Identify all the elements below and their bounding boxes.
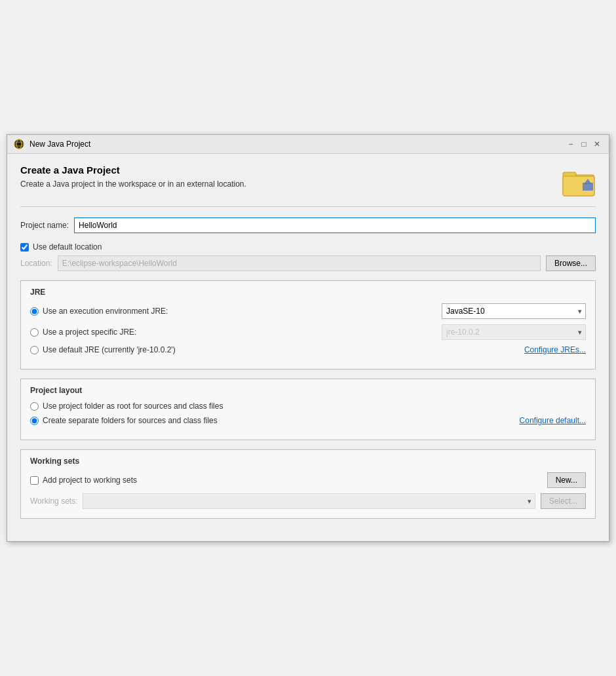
jre-execution-env-select[interactable]: JavaSE-10 JavaSE-9 JavaSE-8 JavaSE-11 [442,303,586,319]
layout-option2-row: Create separate folders for sources and … [30,416,586,425]
working-sets-title: Working sets [30,457,586,466]
layout-root-label: Use project folder as root for sources a… [43,402,223,411]
dialog-header: Create a Java Project Create a Java proj… [20,164,596,207]
dialog-body: Create a Java Project Create a Java proj… [7,154,609,541]
use-default-location-checkbox[interactable] [20,243,29,252]
dialog-title: Create a Java Project [20,164,246,176]
jre-option1-row: Use an execution environment JRE: JavaSE… [30,303,586,319]
project-name-label: Project name: [20,221,69,230]
dialog-subtitle: Create a Java project in the workspace o… [20,179,246,189]
jre-option3-row: Use default JRE (currently 'jre-10.0.2')… [30,345,586,354]
configure-default-link[interactable]: Configure default... [520,416,586,425]
jre-execution-env-select-wrapper: JavaSE-10 JavaSE-9 JavaSE-8 JavaSE-11 [442,303,586,319]
working-sets-select [83,493,535,509]
project-name-input[interactable] [74,217,596,233]
jre-execution-env-radio[interactable] [30,307,39,316]
project-layout-group: Project layout Use project folder as roo… [20,379,596,440]
jre-project-specific-radio[interactable] [30,328,39,337]
browse-button[interactable]: Browse... [546,255,596,271]
layout-root-radio[interactable] [30,402,39,411]
eclipse-icon [14,139,24,149]
location-input [58,255,541,271]
jre-default-label: Use default JRE (currently 'jre-10.0.2') [43,345,176,354]
use-default-location-label: Use default location [33,242,102,252]
project-name-row: Project name: [20,217,596,233]
default-location-row: Use default location [20,242,596,252]
jre-project-specific-select: jre-10.0.2 [442,324,586,340]
add-ws-checkbox-row: Add project to working sets [30,476,137,485]
working-sets-label: Working sets: [30,497,77,506]
project-layout-title: Project layout [30,386,586,395]
minimize-button[interactable]: − [566,139,576,149]
configure-jres-link[interactable]: Configure JREs... [524,345,586,354]
jre-group-title: JRE [30,288,586,297]
title-bar-title: New Java Project [29,140,90,149]
title-bar-left: New Java Project [14,139,90,149]
add-working-sets-row: Add project to working sets New... [30,472,586,488]
add-to-working-sets-label: Add project to working sets [43,476,137,485]
title-bar-buttons: − □ ✕ [566,139,602,149]
working-sets-select-row: Working sets: Select... [30,493,586,509]
add-to-working-sets-checkbox[interactable] [30,476,39,485]
new-java-project-dialog: New Java Project − □ ✕ Create a Java Pro… [7,134,609,542]
jre-option2-row: Use a project specific JRE: jre-10.0.2 [30,324,586,340]
select-working-set-button: Select... [541,493,586,509]
jre-execution-env-label: Use an execution environment JRE: [43,307,168,316]
svg-point-0 [14,140,24,149]
working-sets-group: Working sets Add project to working sets… [20,449,596,519]
new-working-set-button[interactable]: New... [547,472,586,488]
jre-group: JRE Use an execution environment JRE: Ja… [20,280,596,369]
close-button[interactable]: ✕ [592,139,602,149]
layout-option1-row: Use project folder as root for sources a… [30,402,586,411]
layout-separate-radio[interactable] [30,417,39,425]
project-name-section: Project name: [20,217,596,233]
jre-project-specific-select-wrapper: jre-10.0.2 [442,324,586,340]
location-row: Location: Browse... [20,255,596,271]
dialog-header-text: Create a Java Project Create a Java proj… [20,164,246,189]
location-label: Location: [20,259,52,268]
layout-separate-label: Create separate folders for sources and … [43,416,218,425]
jre-default-radio[interactable] [30,346,39,354]
folder-icon [562,164,596,198]
maximize-button[interactable]: □ [579,139,589,149]
working-sets-select-wrapper [83,493,535,509]
jre-project-specific-label: Use a project specific JRE: [43,328,136,337]
location-section: Use default location Location: Browse... [20,242,596,271]
title-bar: New Java Project − □ ✕ [7,135,609,154]
